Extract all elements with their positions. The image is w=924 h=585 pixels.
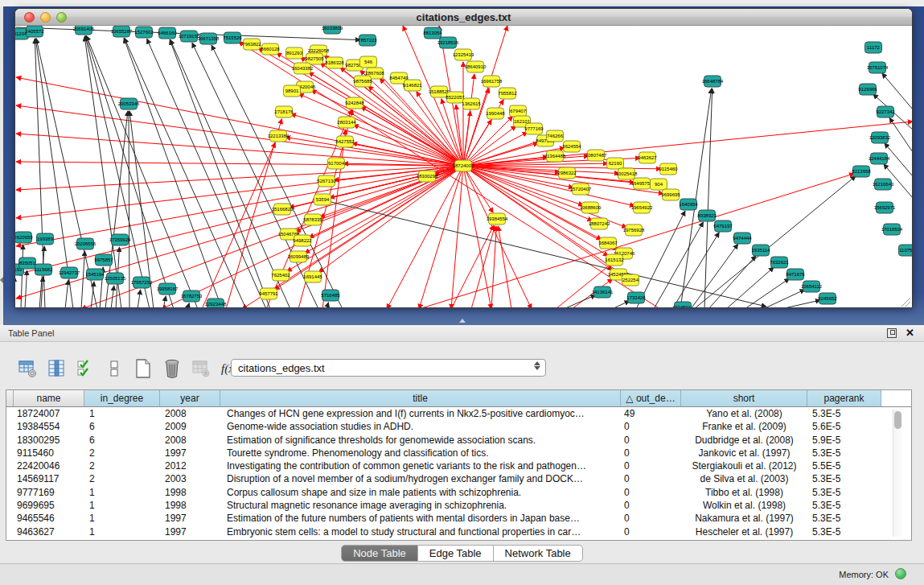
network-node[interactable]: 20206556 xyxy=(75,238,97,249)
network-node[interactable]: 546 xyxy=(360,56,377,68)
network-node[interactable]: 9457791 xyxy=(259,288,278,299)
network-node[interactable]: 1640954 xyxy=(679,199,698,210)
network-node[interactable]: 9115460 xyxy=(659,163,679,175)
network-node[interactable]: 1545194 xyxy=(85,269,105,280)
network-edge[interactable] xyxy=(704,89,713,308)
network-node[interactable]: 1733426 xyxy=(626,292,646,303)
column-header-out_de[interactable]: △ out_de… xyxy=(621,390,681,406)
network-node[interactable]: 19218506 xyxy=(437,37,459,48)
network-edge[interactable] xyxy=(680,89,712,308)
network-edge[interactable] xyxy=(882,73,912,109)
network-edge[interactable] xyxy=(187,303,189,308)
network-node[interactable]: 14136141 xyxy=(592,286,614,298)
network-edge[interactable] xyxy=(654,222,704,308)
network-node[interactable]: 10688609 xyxy=(580,202,602,213)
network-node[interactable]: 8938923 xyxy=(697,210,717,221)
show-columns-icon[interactable] xyxy=(45,358,67,380)
network-node[interactable]: 15720407 xyxy=(570,183,592,195)
column-header-year[interactable]: year xyxy=(160,390,220,406)
network-node[interactable]: 18807243 xyxy=(589,218,610,229)
network-edge[interactable] xyxy=(498,226,511,308)
new-column-icon[interactable] xyxy=(132,358,154,380)
network-node[interactable]: 9875685 xyxy=(353,76,372,87)
network-node[interactable]: 8813054 xyxy=(423,27,442,39)
network-edge[interactable] xyxy=(163,296,166,308)
table-row[interactable]: 1872400712008Changes of HCN gene express… xyxy=(6,407,911,420)
network-edge[interactable] xyxy=(726,267,774,308)
network-edge[interactable] xyxy=(291,114,463,166)
resize-grip-icon[interactable] xyxy=(901,298,910,307)
network-node[interactable]: 17016504 xyxy=(881,224,903,235)
network-node[interactable]: 835051 xyxy=(19,257,36,269)
network-node[interactable]: 1990448 xyxy=(486,108,505,119)
network-node[interactable]: 7963822 xyxy=(242,39,261,50)
network-node[interactable]: 20053346 xyxy=(118,98,140,109)
network-node[interactable]: 10655287 xyxy=(111,26,133,37)
network-node[interactable]: 2620659 xyxy=(15,232,33,243)
network-node[interactable]: 53594 xyxy=(314,194,331,205)
network-node[interactable]: 19958167 xyxy=(157,283,179,295)
table-row[interactable]: 1456911722003Disruption of a novel membe… xyxy=(6,472,911,485)
network-node[interactable]: 8471676 xyxy=(786,269,805,280)
network-node[interactable]: 20691406 xyxy=(73,26,95,35)
network-edge[interactable] xyxy=(16,166,463,274)
network-node[interactable]: 7515526 xyxy=(223,32,242,43)
network-edge[interactable] xyxy=(85,36,150,308)
network-node[interactable]: 11172 xyxy=(865,42,882,53)
network-node[interactable]: 5267130 xyxy=(317,175,336,187)
network-node[interactable]: 7955812 xyxy=(498,88,517,99)
network-node[interactable]: 9699695 xyxy=(661,189,680,200)
column-header-in_degree[interactable]: in_degree xyxy=(84,390,160,406)
network-node[interactable]: 17957253 xyxy=(131,277,153,288)
network-node[interactable]: 9129966 xyxy=(858,84,877,95)
network-node[interactable]: 3684067 xyxy=(598,237,618,249)
column-header-name[interactable]: name xyxy=(14,390,84,406)
network-node[interactable]: 8213958 xyxy=(852,166,871,177)
network-edge[interactable] xyxy=(463,111,470,166)
network-node[interactable]: 917004 xyxy=(328,158,345,169)
network-node[interactable]: 16782753 xyxy=(181,290,203,302)
network-node[interactable]: 16671358 xyxy=(198,33,220,44)
network-node[interactable]: 16495758 xyxy=(631,178,653,189)
column-header-pagerank[interactable]: pagerank xyxy=(807,390,881,406)
delete-column-icon[interactable] xyxy=(161,358,183,380)
network-node[interactable]: 2986322 xyxy=(557,167,577,179)
network-edge[interactable] xyxy=(16,134,463,166)
network-node[interactable]: 891293 xyxy=(286,47,303,59)
table-row[interactable]: 1830029562008Estimation of significance … xyxy=(6,434,911,447)
network-node[interactable]: 12923448 xyxy=(205,299,227,308)
network-node[interactable]: 6479197 xyxy=(713,220,733,232)
network-edge[interactable] xyxy=(16,105,463,166)
tab-node-table[interactable]: Node Table xyxy=(341,545,418,562)
window-titlebar[interactable]: citations_edges.txt xyxy=(15,9,912,26)
network-edge[interactable] xyxy=(612,301,630,308)
network-node[interactable]: 7625402 xyxy=(271,270,290,281)
network-node[interactable]: 1691445 xyxy=(303,271,322,282)
network-edge[interactable] xyxy=(564,295,596,308)
network-node[interactable]: 18300295 xyxy=(417,171,438,182)
network-node[interactable]: 1527602 xyxy=(134,27,154,38)
network-edge[interactable] xyxy=(147,39,266,308)
network-node[interactable]: 9463627 xyxy=(638,152,657,163)
network-node[interactable]: 2935114 xyxy=(752,245,771,256)
network-node[interactable]: 1115682 xyxy=(35,264,53,275)
float-panel-icon[interactable] xyxy=(887,328,897,338)
network-edge[interactable] xyxy=(463,126,516,166)
network-node[interactable]: 110753 xyxy=(899,245,913,256)
table-row[interactable]: 911546021997Tourette syndrome. Phenomeno… xyxy=(6,447,911,459)
network-node[interactable]: 8186328 xyxy=(325,57,344,68)
network-edge[interactable] xyxy=(419,174,854,308)
network-edge[interactable] xyxy=(781,300,820,308)
network-node[interactable]: 16210643 xyxy=(873,179,894,190)
network-node[interactable]: 15166823 xyxy=(272,204,294,215)
network-node[interactable]: 6466160 xyxy=(158,27,177,39)
select-columns-icon[interactable] xyxy=(74,358,96,380)
network-edge[interactable] xyxy=(318,166,463,273)
table-selector-dropdown[interactable]: citations_edges.txt xyxy=(231,359,546,377)
network-node[interactable]: 12505135 xyxy=(105,273,126,284)
network-node[interactable]: 1615132 xyxy=(605,254,624,266)
network-node[interactable]: 62160 xyxy=(607,158,624,169)
network-edge[interactable] xyxy=(672,233,719,308)
network-node[interactable]: 7857223 xyxy=(358,35,377,46)
network-node[interactable]: 16043382 xyxy=(292,63,314,74)
